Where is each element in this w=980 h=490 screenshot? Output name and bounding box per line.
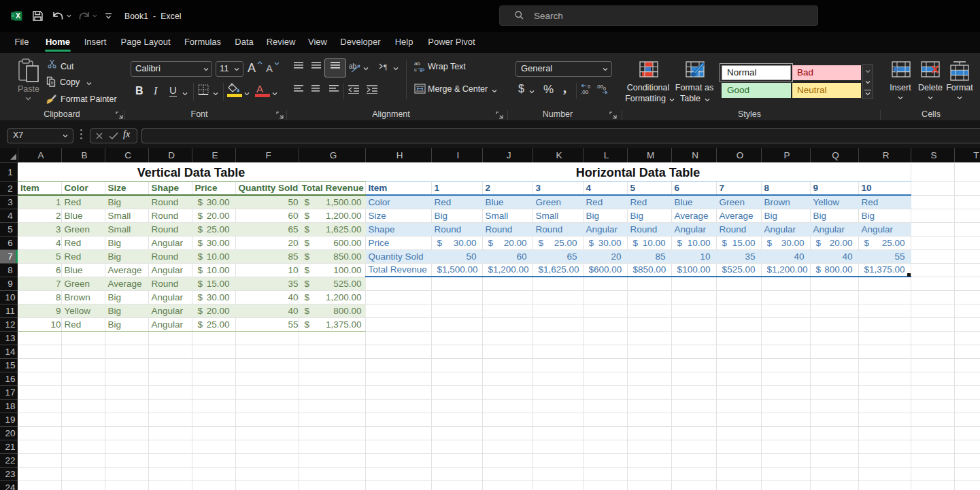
svg-text:X: X — [16, 12, 20, 20]
svg-text:.00: .00 — [581, 89, 589, 95]
svg-text:.00: .00 — [596, 84, 604, 90]
svg-text:¶: ¶ — [384, 63, 387, 71]
svg-text:0: 0 — [588, 84, 590, 89]
svg-text:ab: ab — [414, 60, 420, 67]
svg-text:0: 0 — [603, 86, 606, 91]
svg-text:c: c — [414, 67, 417, 72]
